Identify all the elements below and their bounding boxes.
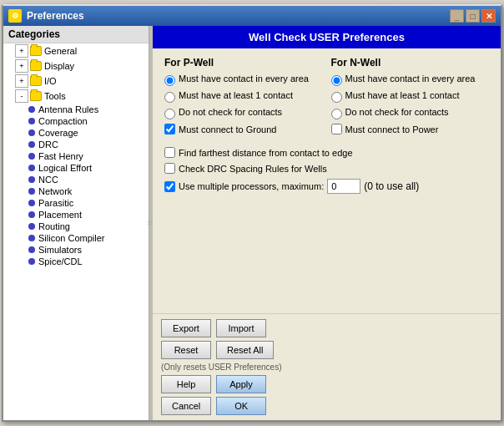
sidebar-item-general[interactable]: + General [3, 43, 149, 58]
right-panel: Well Check USER Preferences For P-Well M… [153, 26, 501, 420]
bullet-placement [28, 211, 35, 218]
nw-label-2[interactable]: Must have at least 1 contact [345, 90, 460, 100]
p-well-section: For P-Well Must have contact in every ar… [164, 57, 323, 139]
main-content: Categories + General + Display + I/O [3, 26, 501, 420]
sidebar-item-parasitic[interactable]: Parasitic [3, 197, 149, 209]
pw-checkbox-label[interactable]: Must connect to Ground [179, 124, 276, 134]
close-button[interactable]: ✕ [481, 9, 496, 23]
expander-display[interactable]: + [15, 59, 28, 73]
label-compaction: Compaction [38, 116, 88, 126]
bullet-fast-henry [28, 153, 35, 160]
reset-row: Reset Reset All [161, 341, 492, 359]
expander-general[interactable]: + [15, 44, 28, 58]
label-antenna-rules: Antenna Rules [38, 104, 98, 114]
reset-button[interactable]: Reset [161, 341, 211, 359]
nw-checkbox-label[interactable]: Must connect to Power [345, 124, 439, 134]
find-farthest-label[interactable]: Find farthest distance from contact to e… [179, 148, 353, 158]
processor-row: Use multiple processors, maximum: (0 to … [164, 179, 489, 194]
label-ncc: NCC [38, 175, 58, 185]
maximize-button[interactable]: □ [466, 9, 480, 23]
n-well-title: For N-Well [331, 57, 490, 68]
nw-label-1[interactable]: Must have contact in every area [345, 74, 476, 84]
label-display: Display [44, 61, 74, 71]
sidebar-item-ncc[interactable]: NCC [3, 174, 149, 185]
sidebar-item-spice-cdl[interactable]: Spice/CDL [3, 256, 149, 267]
bullet-drc [28, 141, 35, 148]
sidebar-item-placement[interactable]: Placement [3, 209, 149, 221]
bullet-coverage [28, 129, 35, 136]
sidebar-item-antenna-rules[interactable]: Antenna Rules [3, 104, 149, 115]
nw-radio-2[interactable] [331, 92, 342, 103]
label-fast-henry: Fast Henry [38, 151, 83, 161]
find-farthest-checkbox[interactable] [164, 147, 175, 158]
label-general: General [44, 46, 77, 56]
pw-label-3[interactable]: Do not check for contacts [179, 107, 282, 117]
pw-option-1: Must have contact in every area [164, 74, 323, 86]
pw-label-1[interactable]: Must have contact in every area [179, 74, 309, 84]
pw-radio-2[interactable] [164, 92, 175, 103]
sidebar-item-fast-henry[interactable]: Fast Henry [3, 150, 149, 162]
label-simulators: Simulators [38, 245, 82, 255]
label-drc: DRC [38, 139, 58, 150]
sidebar-item-display[interactable]: + Display [3, 58, 149, 74]
folder-icon-general [30, 46, 42, 56]
processor-suffix: (0 to use all) [364, 180, 419, 192]
label-parasitic: Parasitic [38, 198, 73, 208]
bullet-antenna-rules [28, 106, 35, 113]
sidebar-item-silicon-compiler[interactable]: Silicon Compiler [3, 232, 149, 244]
pw-radio-1[interactable] [164, 75, 175, 86]
reset-all-button[interactable]: Reset All [216, 341, 274, 359]
panel-header: Well Check USER Preferences [153, 26, 501, 48]
import-button[interactable]: Import [216, 319, 266, 337]
sidebar-item-routing[interactable]: Routing [3, 221, 149, 232]
pw-radio-3[interactable] [164, 109, 175, 119]
check-drc-label[interactable]: Check DRC Spacing Rules for Wells [179, 164, 327, 174]
bullet-network [28, 188, 35, 195]
bullet-silicon-compiler [28, 235, 35, 241]
label-tools: Tools [44, 91, 66, 101]
folder-icon-display [30, 61, 42, 71]
processor-count-input[interactable] [327, 179, 360, 194]
expander-io[interactable]: + [15, 74, 28, 88]
apply-button[interactable]: Apply [216, 375, 266, 393]
label-routing: Routing [38, 221, 70, 231]
nw-radio-1[interactable] [331, 75, 342, 86]
sidebar-item-tools[interactable]: - Tools [3, 89, 149, 104]
nw-radio-3[interactable] [331, 109, 342, 119]
label-placement: Placement [38, 210, 82, 220]
sidebar-item-compaction[interactable]: Compaction [3, 115, 149, 127]
multi-processor-checkbox[interactable] [164, 181, 175, 192]
sidebar-header: Categories [3, 26, 149, 43]
titlebar: ⚙ Preferences _ □ ✕ [3, 6, 501, 26]
sidebar-item-coverage[interactable]: Coverage [3, 127, 149, 139]
preferences-window: ⚙ Preferences _ □ ✕ Categories + General… [2, 4, 502, 422]
label-silicon-compiler: Silicon Compiler [38, 233, 104, 243]
bullet-spice-cdl [28, 258, 35, 265]
window-title: Preferences [27, 10, 84, 22]
window-icon: ⚙ [8, 9, 22, 23]
find-farthest-item: Find farthest distance from contact to e… [164, 147, 489, 158]
help-button[interactable]: Help [161, 375, 211, 393]
label-coverage: Coverage [38, 128, 78, 138]
sidebar-item-drc[interactable]: DRC [3, 139, 149, 150]
pw-checkbox[interactable] [164, 124, 175, 134]
wells-row: For P-Well Must have contact in every ar… [164, 57, 489, 139]
pw-label-2[interactable]: Must have at least 1 contact [179, 90, 293, 100]
expander-tools[interactable]: - [15, 89, 28, 103]
check-drc-checkbox[interactable] [164, 163, 175, 174]
nw-checkbox-item: Must connect to Power [331, 124, 490, 134]
sidebar-item-network[interactable]: Network [3, 185, 149, 197]
sidebar-item-simulators[interactable]: Simulators [3, 244, 149, 256]
ok-button[interactable]: OK [216, 397, 266, 415]
cancel-button[interactable]: Cancel [161, 397, 211, 415]
minimize-button[interactable]: _ [450, 9, 464, 23]
multi-processor-label[interactable]: Use multiple processors, maximum: [179, 181, 324, 191]
sidebar-item-io[interactable]: + I/O [3, 74, 149, 89]
nw-checkbox[interactable] [331, 124, 342, 134]
nw-label-3[interactable]: Do not check for contacts [345, 107, 449, 117]
bullet-ncc [28, 176, 35, 183]
export-button[interactable]: Export [161, 319, 211, 337]
sidebar-item-logical-effort[interactable]: Logical Effort [3, 162, 149, 174]
bullet-parasitic [28, 200, 35, 206]
n-well-section: For N-Well Must have contact in every ar… [331, 57, 490, 139]
